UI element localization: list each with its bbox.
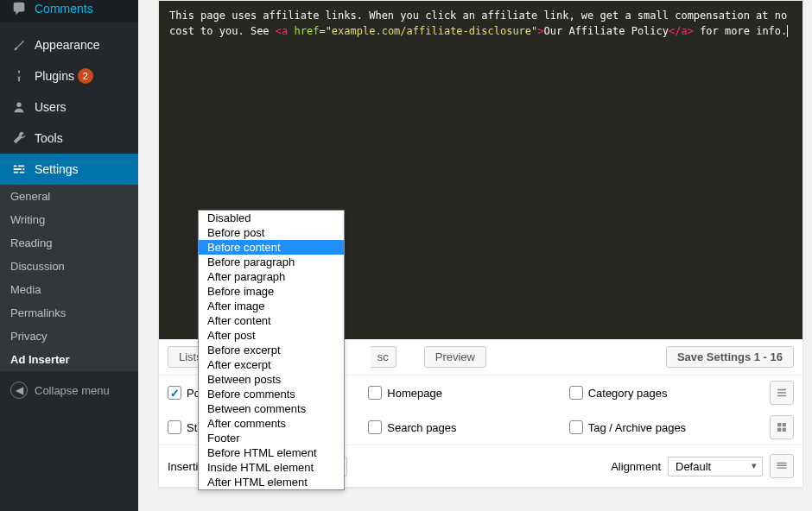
submenu-reading[interactable]: Reading — [0, 231, 138, 255]
dropdown-option[interactable]: Before content — [199, 240, 344, 255]
dropdown-option[interactable]: Between posts — [199, 372, 344, 387]
grid-view-icon[interactable] — [770, 415, 794, 439]
alignment-label: Alignment — [611, 460, 661, 473]
plug-icon — [10, 67, 28, 85]
category-checkbox[interactable] — [569, 386, 583, 400]
submenu-discussion[interactable]: Discussion — [0, 255, 138, 278]
dropdown-option[interactable]: Disabled — [199, 211, 344, 225]
collapse-menu[interactable]: ◀ Collapse menu — [0, 375, 138, 406]
dropdown-option[interactable]: Before image — [199, 284, 344, 299]
tag-checkbox[interactable] — [569, 420, 583, 434]
dropdown-option[interactable]: Before post — [199, 225, 344, 240]
alignment-preview-icon[interactable] — [770, 454, 794, 478]
insertion-dropdown[interactable]: DisabledBefore postBefore contentBefore … — [198, 210, 345, 490]
admin-sidebar: Comments Appearance Plugins 2 Users Tool… — [0, 0, 138, 511]
menu-item-users[interactable]: Users — [0, 91, 138, 123]
main-content: This page uses affiliate links. When you… — [138, 0, 812, 511]
submenu-media[interactable]: Media — [0, 278, 138, 301]
dropdown-option[interactable]: Between comments — [199, 401, 344, 416]
menu-item-tools[interactable]: Tools — [0, 123, 138, 154]
homepage-label: Homepage — [387, 387, 442, 400]
submenu-privacy[interactable]: Privacy — [0, 325, 138, 348]
sliders-icon — [10, 161, 28, 178]
homepage-checkbox[interactable] — [368, 386, 382, 400]
dropdown-option[interactable]: After HTML element — [199, 475, 344, 489]
dropdown-option[interactable]: Footer — [199, 431, 344, 445]
preview-button[interactable]: Preview — [424, 346, 486, 368]
dropdown-option[interactable]: Before excerpt — [199, 343, 344, 357]
collapse-label: Collapse menu — [35, 384, 110, 397]
search-checkbox[interactable] — [368, 420, 382, 434]
save-settings-button[interactable]: Save Settings 1 - 16 — [666, 346, 794, 368]
dropdown-option[interactable]: After content — [199, 313, 344, 328]
dropdown-option[interactable]: After excerpt — [199, 357, 344, 372]
update-badge: 2 — [78, 68, 93, 84]
dropdown-option[interactable]: Inside HTML element — [199, 460, 344, 475]
list-view-icon[interactable] — [770, 381, 794, 405]
menu-label: Plugins — [35, 69, 74, 83]
posts-checkbox[interactable] — [168, 386, 181, 400]
collapse-icon: ◀ — [10, 382, 28, 399]
dropdown-option[interactable]: After paragraph — [199, 269, 344, 284]
static-checkbox[interactable] — [168, 420, 181, 434]
comments-icon — [10, 0, 28, 17]
submenu-permalinks[interactable]: Permalinks — [0, 301, 138, 325]
submenu-general[interactable]: General — [0, 185, 138, 208]
menu-label: Settings — [35, 162, 79, 176]
dropdown-option[interactable]: Before paragraph — [199, 255, 344, 269]
tag-label: Tag / Archive pages — [588, 421, 686, 434]
hidden-button-suffix: sc — [371, 346, 396, 368]
menu-item-comments[interactable]: Comments — [0, 0, 138, 22]
dropdown-option[interactable]: After post — [199, 328, 344, 343]
settings-submenu: General Writing Reading Discussion Media… — [0, 185, 138, 371]
brush-icon — [10, 36, 28, 54]
wrench-icon — [10, 129, 28, 147]
menu-label: Appearance — [35, 38, 100, 52]
dropdown-option[interactable]: Before HTML element — [199, 445, 344, 460]
menu-label: Tools — [35, 131, 63, 145]
category-label: Category pages — [588, 387, 668, 400]
dropdown-option[interactable]: Before comments — [199, 387, 344, 401]
alignment-select[interactable]: Default — [668, 457, 763, 476]
menu-item-settings[interactable]: Settings — [0, 154, 138, 185]
menu-label: Comments — [35, 2, 93, 16]
dropdown-option[interactable]: After comments — [199, 416, 344, 431]
dropdown-option[interactable]: After image — [199, 299, 344, 313]
user-icon — [10, 98, 28, 116]
submenu-ad-inserter[interactable]: Ad Inserter — [0, 348, 138, 371]
submenu-writing[interactable]: Writing — [0, 208, 138, 231]
menu-item-plugins[interactable]: Plugins 2 — [0, 60, 138, 91]
menu-label: Users — [35, 100, 67, 114]
search-label: Search pages — [387, 421, 456, 434]
menu-item-appearance[interactable]: Appearance — [0, 29, 138, 60]
